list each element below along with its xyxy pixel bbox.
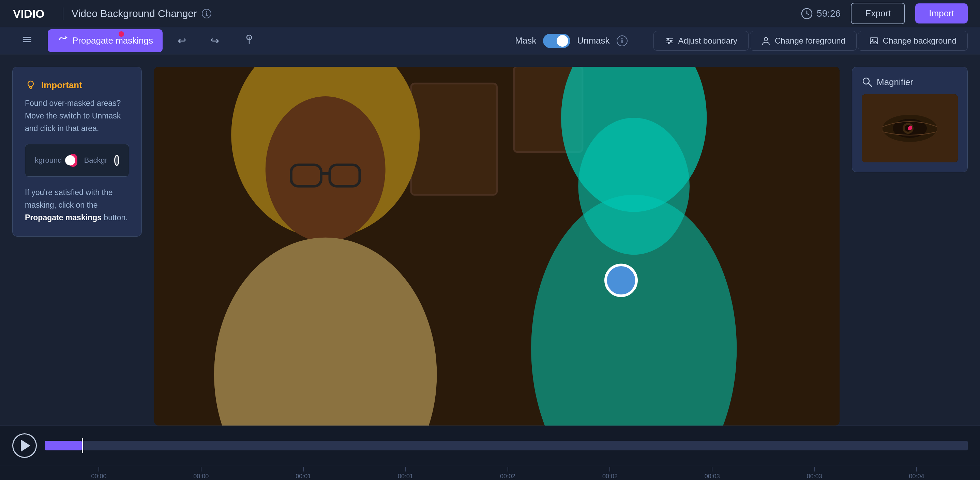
svg-rect-4 xyxy=(23,37,31,38)
change-foreground-label: Change foreground xyxy=(775,36,845,46)
lightbulb-icon xyxy=(25,79,37,91)
svg-text:VIDIO: VIDIO xyxy=(13,7,45,20)
magnifier-view xyxy=(862,94,958,162)
image-icon xyxy=(869,36,879,46)
ruler-label-0: 00:00 xyxy=(91,473,107,480)
ruler-label-8: 00:04 xyxy=(909,473,924,480)
info-card: Important Found over-masked areas? Move … xyxy=(12,67,142,237)
mask-controls: Mask Unmask ℹ xyxy=(515,34,627,48)
timeline-track[interactable] xyxy=(45,441,968,450)
import-button[interactable]: Import xyxy=(915,3,968,24)
ruler-label-4: 00:02 xyxy=(500,473,515,480)
svg-point-13 xyxy=(667,38,669,40)
change-background-label: Change background xyxy=(883,36,956,46)
change-background-button[interactable]: Change background xyxy=(858,31,968,51)
propagate-icon xyxy=(57,34,68,48)
header-divider xyxy=(63,8,64,20)
ruler-mark: 00:02 xyxy=(559,467,661,480)
timer-value: 59:26 xyxy=(817,8,841,19)
ruler-label-6: 00:03 xyxy=(705,473,720,480)
propagate-button[interactable]: Propagate maskings xyxy=(48,29,162,52)
demo-toggle[interactable] xyxy=(69,154,77,167)
video-frame xyxy=(154,67,840,426)
mask-label: Mask xyxy=(515,35,536,46)
svg-point-19 xyxy=(28,81,33,87)
propagate-badge xyxy=(119,31,124,37)
ruler-mark: 00:00 xyxy=(48,467,150,480)
magnifier-card: Magnifier xyxy=(852,67,968,172)
magnifier-icon xyxy=(862,77,873,87)
svg-point-18 xyxy=(872,39,873,41)
svg-point-33 xyxy=(606,265,636,296)
change-foreground-button[interactable]: Change foreground xyxy=(750,31,857,51)
ruler-label-7: 00:03 xyxy=(807,473,822,480)
timeline-thumb xyxy=(82,438,83,453)
brush-icon xyxy=(244,34,255,48)
header: VIDIO Video Background Changer ℹ 59:26 E… xyxy=(0,0,980,27)
toggle-demo: kground Backgr xyxy=(25,144,129,177)
left-panel: Important Found over-masked areas? Move … xyxy=(12,67,142,426)
undo-icon: ↩ xyxy=(178,35,186,47)
video-background xyxy=(154,67,840,426)
magnifier-title: Magnifier xyxy=(862,77,958,87)
redo-button[interactable]: ↪ xyxy=(201,30,229,51)
svg-point-25 xyxy=(266,96,385,242)
info-icon[interactable]: ℹ xyxy=(202,9,212,18)
info-text-2: If you're satisfied with the masking, cl… xyxy=(25,186,129,224)
svg-point-15 xyxy=(668,42,670,44)
ruler-mark: 00:04 xyxy=(865,467,968,480)
vidio-logo: VIDIO xyxy=(12,7,46,21)
timeline-ruler: 00:00 00:00 00:01 00:01 00:02 00:02 00:0… xyxy=(0,465,980,480)
undo-button[interactable]: ↩ xyxy=(168,30,196,51)
timeline-controls xyxy=(0,426,980,465)
app-title: Video Background Changer xyxy=(72,8,197,19)
svg-rect-6 xyxy=(23,41,31,42)
adjust-boundary-icon xyxy=(665,36,674,46)
header-right: 59:26 Export Import xyxy=(801,3,968,24)
info-card-title: Important xyxy=(25,79,129,91)
scene-svg xyxy=(154,67,840,426)
redo-icon: ↪ xyxy=(211,35,219,47)
unmask-label: Unmask xyxy=(577,35,609,46)
unmask-info-icon[interactable]: ℹ xyxy=(617,35,628,46)
person-icon xyxy=(761,36,771,46)
info-title: Important xyxy=(41,80,82,90)
magnifier-label: Magnifier xyxy=(877,77,913,87)
ruler-label-5: 00:02 xyxy=(602,473,618,480)
demo-label-left: kground xyxy=(35,156,62,165)
ruler-mark: 00:00 xyxy=(150,467,252,480)
main-area: Important Found over-masked areas? Move … xyxy=(0,54,980,426)
timeline-progress xyxy=(45,441,82,450)
layers-icon xyxy=(22,34,33,48)
timeline-area: 00:00 00:00 00:01 00:01 00:02 00:02 00:0… xyxy=(0,426,980,480)
magnifier-dot xyxy=(908,126,912,130)
layers-button[interactable] xyxy=(12,29,42,52)
header-title: Video Background Changer ℹ xyxy=(72,8,212,19)
toolbar: Propagate maskings ↩ ↪ Mask Unmask ℹ xyxy=(0,27,980,54)
svg-point-16 xyxy=(764,38,768,41)
ruler-label-3: 00:01 xyxy=(398,473,413,480)
brush-button[interactable] xyxy=(234,29,264,52)
ruler-label-2: 00:01 xyxy=(296,473,311,480)
play-icon xyxy=(21,439,30,452)
adjust-boundary-button[interactable]: Adjust boundary xyxy=(654,31,749,51)
ruler-mark: 00:01 xyxy=(252,467,355,480)
video-area[interactable] xyxy=(154,67,840,426)
ruler-label-1: 00:00 xyxy=(193,473,208,480)
svg-rect-22 xyxy=(411,83,496,195)
svg-marker-7 xyxy=(65,36,67,39)
ruler-mark: 00:03 xyxy=(763,467,865,480)
right-panel: Magnifier xyxy=(852,67,968,426)
ruler-mark: 00:02 xyxy=(457,467,559,480)
export-button[interactable]: Export xyxy=(851,3,905,24)
svg-point-32 xyxy=(578,118,690,255)
mask-toggle[interactable] xyxy=(543,34,570,48)
play-button[interactable] xyxy=(12,433,37,458)
ruler-mark: 00:01 xyxy=(355,467,457,480)
clock-icon xyxy=(801,8,813,19)
svg-line-3 xyxy=(807,14,809,15)
ruler-mark: 00:03 xyxy=(661,467,763,480)
demo-label-right: Backgr xyxy=(84,156,107,165)
svg-line-35 xyxy=(869,83,872,87)
cursor-indicator xyxy=(114,155,119,166)
